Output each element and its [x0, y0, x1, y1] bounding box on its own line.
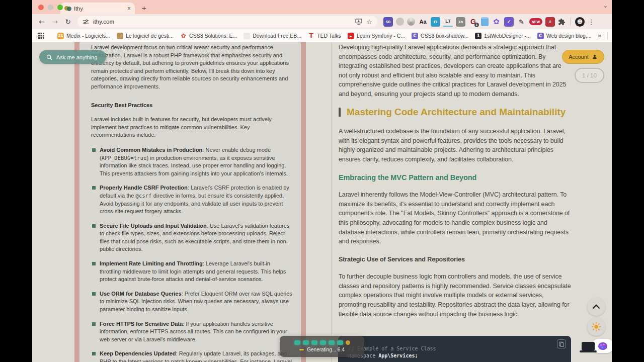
- theme-toggle-button[interactable]: [587, 318, 605, 336]
- column-divider: [331, 42, 332, 362]
- code-line: namespace App\Services;: [348, 352, 564, 359]
- chat-answer-panel: Laravel development focus on two critica…: [74, 42, 306, 362]
- forward-button[interactable]: →: [49, 18, 60, 26]
- extension-icon-camera[interactable]: [396, 18, 404, 26]
- minimize-window-button[interactable]: [48, 5, 53, 10]
- bookmark-item[interactable]: ▶Learn Symfony - C...: [348, 33, 405, 39]
- bullet-icon: [92, 352, 96, 355]
- extension-icon-checkmark[interactable]: ✓: [504, 17, 514, 27]
- scroll-to-top-button[interactable]: [587, 298, 605, 316]
- bookmarks-bar: 21Medix - Logiciels... Le logiciel de ge…: [32, 29, 612, 42]
- traffic-lights: [38, 5, 63, 10]
- search-icon: [46, 54, 52, 60]
- bookmark-item[interactable]: 11stWebDesigner -...: [475, 33, 531, 39]
- site-settings-icon[interactable]: [83, 19, 89, 25]
- article-subheading: Embracing the MVC Pattern and Beyond: [339, 173, 572, 183]
- page-counter-badge: 1 / 10: [575, 68, 604, 83]
- list-item: Force HTTPS for Sensitive Data: If your …: [91, 320, 293, 344]
- bookmark-item[interactable]: Download Free EB...: [244, 33, 301, 39]
- paragraph: A well-structured codebase is the founda…: [339, 127, 572, 164]
- bookmark-item[interactable]: 21Medix - Logiciels...: [57, 33, 110, 39]
- bullet-icon: [92, 322, 96, 326]
- url-text[interactable]: ithy.com: [93, 19, 351, 25]
- extension-badge: 1: [474, 23, 479, 27]
- generating-status-text: Generating... 6.4: [307, 347, 345, 352]
- browser-window: Ithy × + ⌄ ← → ↻ ithy.com ☆ SB Aa FI LT …: [32, 0, 612, 362]
- apps-grid-icon[interactable]: [38, 33, 44, 39]
- paragraph: Developing high-quality Laravel applicat…: [339, 43, 572, 99]
- bookmark-favicon: 21: [57, 33, 64, 39]
- chevron-down-icon[interactable]: ⌄: [603, 3, 608, 9]
- code-block: // Example of a Service Class namespace …: [338, 336, 571, 362]
- tab-close-icon[interactable]: ×: [127, 5, 131, 12]
- back-button[interactable]: ←: [36, 18, 47, 26]
- paragraph: Laravel includes built-in features for s…: [91, 116, 293, 139]
- send-to-device-icon[interactable]: [355, 19, 362, 25]
- bookmark-item[interactable]: Le logiciel de gesti...: [117, 33, 174, 39]
- bookmark-item[interactable]: CCSS3 box-shadow...: [412, 33, 468, 39]
- ask-me-anything-input[interactable]: Ask me anything: [39, 50, 106, 64]
- new-tab-button[interactable]: +: [142, 4, 146, 12]
- extension-icon-new-badge[interactable]: NEW: [529, 18, 542, 25]
- bookmark-favicon: [117, 33, 123, 39]
- menu-kebab-icon[interactable]: ⋮: [588, 18, 595, 26]
- bookmark-favicon: ✿: [180, 33, 187, 39]
- ask-placeholder-text: Ask me anything: [56, 54, 97, 60]
- bookmark-item[interactable]: ✿CSS3 Solutions: E...: [180, 33, 237, 39]
- page-content: Laravel development focus on two critica…: [32, 42, 612, 362]
- bookmark-item[interactable]: CWeb design blog,...: [537, 33, 592, 39]
- list-item: Implement Rate Limiting and Throttling: …: [91, 260, 293, 284]
- ai-extension-widget[interactable]: [582, 339, 612, 353]
- section-heading: Security Best Practices: [91, 102, 293, 110]
- brain-icon: [598, 342, 607, 350]
- generating-toast: Generating... 6.4: [280, 336, 364, 357]
- extension-icon-flower[interactable]: ✿: [492, 17, 501, 27]
- article-subheading: Strategic Use of Services and Repositori…: [339, 255, 572, 264]
- code-comment-line: // Example of a Service Class: [348, 345, 564, 352]
- tab-title: Ithy: [74, 6, 124, 12]
- address-bar[interactable]: ithy.com ☆: [77, 16, 377, 27]
- extension-icon-clipboard[interactable]: [481, 17, 489, 26]
- tab-strip: Ithy × + ⌄: [32, 0, 612, 14]
- list-item: Properly Handle CSRF Protection: Laravel…: [91, 184, 293, 215]
- paragraph: To further decouple business logic from …: [339, 272, 572, 319]
- extensions-row: SB Aa FI LT 1b G1 ✿ ✓ ✎ NEW + ☻ ⋮: [383, 17, 595, 27]
- reload-button[interactable]: ↻: [62, 18, 73, 26]
- profile-avatar[interactable]: ☻: [575, 17, 585, 27]
- bullet-icon: [92, 292, 96, 296]
- bookmark-item[interactable]: TTED Talks: [308, 33, 341, 39]
- paragraph: Laravel inherently follows the Model-Vie…: [339, 190, 572, 246]
- bookmarks-separator: [607, 32, 608, 40]
- bookmark-favicon: [244, 33, 250, 39]
- extension-icon-sb[interactable]: SB: [383, 17, 393, 27]
- extension-icon-g[interactable]: G1: [468, 17, 478, 27]
- browser-tab[interactable]: Ithy ×: [60, 3, 135, 14]
- extensions-puzzle-icon[interactable]: [558, 18, 566, 26]
- extension-icon-lt[interactable]: LT: [443, 17, 453, 27]
- bookmark-favicon: C: [412, 33, 418, 39]
- bookmarks-overflow-button[interactable]: »: [598, 32, 602, 39]
- bookmark-favicon: T: [308, 33, 314, 39]
- close-window-button[interactable]: [38, 5, 44, 10]
- extension-icon-red[interactable]: +: [545, 17, 555, 27]
- progress-dash-icon: [299, 349, 304, 350]
- extension-icon-1b[interactable]: 1b: [456, 17, 465, 27]
- extension-icon-pen[interactable]: ✎: [517, 17, 526, 27]
- bullet-icon: [92, 224, 96, 228]
- bookmark-star-icon[interactable]: ☆: [366, 18, 372, 26]
- list-item: Avoid Common Mistakes in Production: Nev…: [91, 146, 293, 177]
- article-heading: Mastering Code Architecture and Maintain…: [339, 108, 572, 117]
- copy-code-button[interactable]: [557, 339, 566, 348]
- extension-icon-swirl[interactable]: [407, 18, 415, 26]
- zoom-window-button[interactable]: [57, 5, 63, 10]
- toolbar-separator: [570, 18, 571, 26]
- browser-toolbar: ← → ↻ ithy.com ☆ SB Aa FI LT 1b G1 ✿ ✓ ✎: [32, 14, 612, 29]
- extension-icon-fonts[interactable]: Aa: [418, 17, 428, 27]
- bullet-icon: [92, 148, 96, 152]
- extension-icon-fi[interactable]: FI: [431, 17, 440, 27]
- account-button[interactable]: Account: [562, 50, 604, 64]
- progress-dots: [294, 340, 350, 345]
- paragraph: Laravel development focus on two critica…: [91, 44, 293, 91]
- person-icon: [592, 54, 598, 60]
- bookmark-favicon: C: [537, 33, 544, 39]
